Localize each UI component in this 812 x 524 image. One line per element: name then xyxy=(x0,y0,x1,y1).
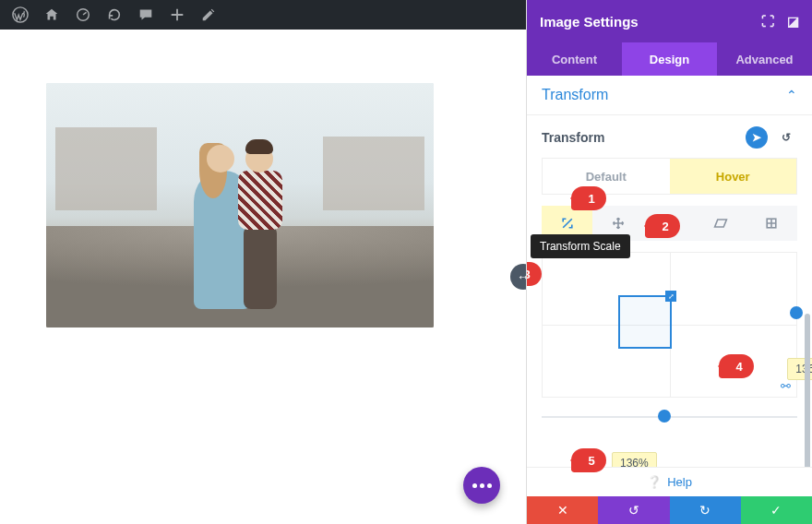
undo-button[interactable]: ↺ xyxy=(598,496,669,524)
type-origin[interactable] xyxy=(746,206,797,241)
section-transform-label: Transform xyxy=(542,87,608,103)
state-hover[interactable]: Hover xyxy=(670,159,797,194)
add-icon[interactable] xyxy=(162,0,192,30)
tab-advanced[interactable]: Advanced xyxy=(717,42,812,76)
settings-panel: Image Settings ⛶ ◪ Content Design Advanc… xyxy=(526,0,812,524)
tooltip-transform-scale: Transform Scale xyxy=(531,234,630,258)
hover-preview-icon[interactable]: ➤ xyxy=(746,126,768,149)
help-label: Help xyxy=(667,475,692,489)
scale-preview-shape[interactable]: ⤢ xyxy=(618,295,672,349)
scale-y-slider-dot[interactable] xyxy=(790,306,803,319)
annotation-2: 2 xyxy=(645,214,680,238)
panel-header: Image Settings ⛶ ◪ xyxy=(527,0,812,42)
help-icon: ❔ xyxy=(647,475,662,489)
scale-control-box[interactable]: ⤢ ⚯ xyxy=(542,252,797,398)
panel-body: Transform ⌃ Transform ➤ ↺ Default Hover … xyxy=(527,76,812,524)
page-settings-fab[interactable] xyxy=(463,467,500,504)
save-button[interactable]: ✓ xyxy=(741,496,812,524)
panel-tabs: Content Design Advanced xyxy=(527,42,812,76)
panel-footer-actions: ✕ ↺ ↻ ✓ xyxy=(527,496,812,524)
annotation-4: 4 xyxy=(719,354,754,378)
transform-label: Transform xyxy=(542,130,604,145)
reset-icon[interactable]: ↺ xyxy=(775,126,797,149)
wp-logo-icon[interactable] xyxy=(6,0,35,30)
section-transform[interactable]: Transform ⌃ xyxy=(527,76,812,115)
transform-controls-row: Transform ➤ ↺ xyxy=(527,115,812,158)
state-default[interactable]: Default xyxy=(543,159,670,194)
tab-content[interactable]: Content xyxy=(527,42,622,76)
annotation-5: 5 xyxy=(571,448,606,472)
cancel-button[interactable]: ✕ xyxy=(527,496,598,524)
tab-design[interactable]: Design xyxy=(622,42,717,76)
chevron-up-icon: ⌃ xyxy=(786,88,797,102)
panel-title: Image Settings xyxy=(540,14,639,30)
comments-icon[interactable] xyxy=(131,0,161,30)
link-axes-icon[interactable]: ⚯ xyxy=(781,379,791,393)
dashboard-icon[interactable] xyxy=(68,0,98,30)
annotation-3: 3 xyxy=(527,262,542,286)
editor-canvas xyxy=(0,30,526,524)
scale-x-slider-dot[interactable] xyxy=(658,410,671,423)
annotation-1: 1 xyxy=(571,186,606,210)
redo-button[interactable]: ↻ xyxy=(670,496,741,524)
edit-icon[interactable] xyxy=(194,0,223,30)
scale-corner-handle-icon[interactable]: ⤢ xyxy=(665,291,676,302)
expand-icon[interactable]: ⛶ xyxy=(761,14,774,29)
home-icon[interactable] xyxy=(37,0,66,30)
image-module[interactable] xyxy=(46,83,434,328)
scale-x-slider[interactable] xyxy=(542,407,797,425)
type-skew[interactable] xyxy=(695,206,746,241)
refresh-icon[interactable] xyxy=(100,0,129,30)
help-link[interactable]: ❔ Help xyxy=(527,467,812,496)
dock-icon[interactable]: ◪ xyxy=(787,14,799,29)
